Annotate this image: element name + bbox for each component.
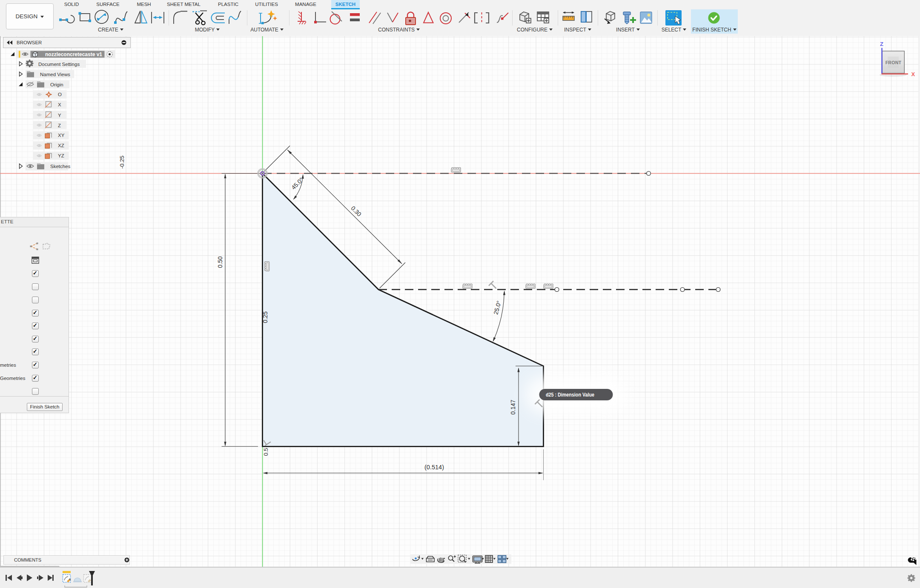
svg-text:(0.514): (0.514) — [424, 464, 444, 471]
svg-text:Origin: Origin — [50, 82, 63, 87]
svg-text:0.50: 0.50 — [217, 256, 224, 268]
svg-text:0.25: 0.25 — [262, 311, 269, 323]
svg-text:0.5: 0.5 — [263, 448, 269, 456]
svg-text:XY: XY — [58, 133, 65, 138]
svg-text:Document Settings: Document Settings — [38, 62, 80, 67]
svg-text:YZ: YZ — [58, 153, 64, 158]
svg-text:nozzleconcretecaste v1: nozzleconcretecaste v1 — [45, 51, 102, 57]
svg-text:X: X — [911, 71, 915, 77]
svg-text:FRONT: FRONT — [886, 60, 902, 65]
svg-text:d25 : Dimension Value: d25 : Dimension Value — [546, 391, 594, 398]
svg-text:BROWSER: BROWSER — [17, 40, 42, 45]
svg-text:Z: Z — [880, 41, 883, 47]
svg-text:Y: Y — [58, 113, 61, 118]
svg-text:0.147: 0.147 — [510, 400, 516, 414]
svg-text:Sketches: Sketches — [50, 164, 71, 169]
svg-text:XZ: XZ — [58, 143, 64, 148]
svg-text:Named Views: Named Views — [40, 72, 70, 77]
svg-text:Z: Z — [58, 123, 61, 128]
svg-text:X: X — [58, 102, 61, 107]
svg-text:O: O — [58, 92, 62, 97]
